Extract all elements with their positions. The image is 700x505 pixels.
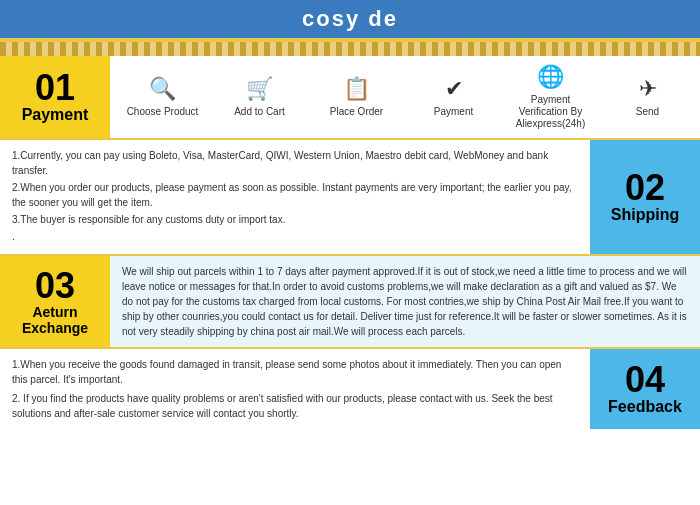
plane-icon: ✈ xyxy=(639,76,657,102)
shipping-label: 02 Shipping xyxy=(590,140,700,254)
step-payment: ✔ Payment xyxy=(414,76,494,118)
feedback-info-1: 1.When you receive the goods found damag… xyxy=(12,357,578,387)
site-title: cosy de xyxy=(0,6,700,32)
return-label: 03 Aeturn Exchange xyxy=(0,256,110,347)
payment-info-2: 2.When you order our products, please pa… xyxy=(12,180,578,210)
feedback-title: Feedback xyxy=(608,398,682,416)
payment-number: 01 xyxy=(35,70,75,106)
checkmark-icon: ✔ xyxy=(445,76,463,102)
payment-info-dot: . xyxy=(12,229,578,244)
return-number: 03 xyxy=(35,268,75,304)
step-choose-product-label: Choose Product xyxy=(127,106,199,118)
step-payment-label: Payment xyxy=(434,106,473,118)
row-return-shipping: 03 Aeturn Exchange We will ship out parc… xyxy=(0,256,700,349)
order-icon: 📋 xyxy=(343,76,370,102)
shipping-info: We will ship out parcels within 1 to 7 d… xyxy=(110,256,700,347)
section-payment-steps: 01 Payment 🔍 Choose Product 🛒 Add to Car… xyxy=(0,56,700,140)
step-payment-verification: 🌐 Payment Verification By Aliexpress(24h… xyxy=(511,64,591,130)
shipping-title: Shipping xyxy=(611,206,679,224)
cart-icon: 🛒 xyxy=(246,76,273,102)
step-send: ✈ Send xyxy=(608,76,688,118)
payment-label: 01 Payment xyxy=(0,56,110,138)
row-payment-shipping: 1.Currently, you can pay using Boleto, V… xyxy=(0,140,700,256)
step-payment-verification-label: Payment Verification By Aliexpress(24h) xyxy=(511,94,591,130)
payment-info-3: 3.The buyer is responsible for any custo… xyxy=(12,212,578,227)
globe-icon: 🌐 xyxy=(537,64,564,90)
search-icon: 🔍 xyxy=(149,76,176,102)
feedback-number: 04 xyxy=(625,362,665,398)
return-title: Aeturn Exchange xyxy=(22,304,88,336)
row-feedback: 1.When you receive the goods found damag… xyxy=(0,349,700,429)
payment-info: 1.Currently, you can pay using Boleto, V… xyxy=(0,140,590,254)
feedback-info: 1.When you receive the goods found damag… xyxy=(0,349,590,429)
payment-title: Payment xyxy=(22,106,89,124)
step-place-order-label: Place Order xyxy=(330,106,383,118)
step-choose-product: 🔍 Choose Product xyxy=(123,76,203,118)
step-send-label: Send xyxy=(636,106,659,118)
payment-info-1: 1.Currently, you can pay using Boleto, V… xyxy=(12,148,578,178)
shipping-info-text: We will ship out parcels within 1 to 7 d… xyxy=(122,264,688,339)
rope-decoration xyxy=(0,42,700,56)
feedback-label: 04 Feedback xyxy=(590,349,700,429)
step-add-to-cart: 🛒 Add to Cart xyxy=(220,76,300,118)
step-add-to-cart-label: Add to Cart xyxy=(234,106,285,118)
shipping-number: 02 xyxy=(625,170,665,206)
feedback-info-2: 2. If you find the products have quality… xyxy=(12,391,578,421)
header: cosy de xyxy=(0,0,700,42)
step-place-order: 📋 Place Order xyxy=(317,76,397,118)
payment-steps-container: 🔍 Choose Product 🛒 Add to Cart 📋 Place O… xyxy=(110,56,700,138)
